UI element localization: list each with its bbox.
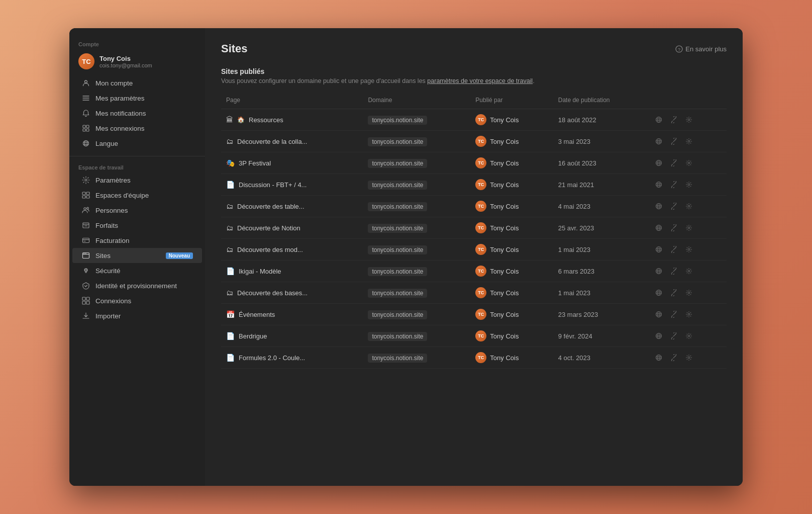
globe-action-icon[interactable] [654, 223, 664, 233]
globe-action-icon[interactable] [654, 158, 664, 168]
svg-rect-4 [83, 125, 85, 128]
link-action-icon[interactable] [669, 331, 679, 341]
settings-action-icon[interactable] [684, 115, 694, 125]
globe-action-icon[interactable] [654, 180, 664, 190]
col-page: Page [221, 94, 363, 109]
sidebar-item-mes-connexions[interactable]: Mes connexions [72, 121, 202, 136]
svg-point-82 [656, 312, 661, 317]
domain-cell: tonycois.notion.site [363, 131, 470, 152]
sidebar-item-facturation[interactable]: Facturation [72, 233, 202, 248]
link-action-icon[interactable] [669, 201, 679, 211]
sidebar-item-personnes[interactable]: Personnes [72, 203, 202, 218]
publisher-name: Tony Cois [490, 224, 519, 232]
settings-action-icon[interactable] [684, 136, 694, 146]
globe-action-icon[interactable] [654, 136, 664, 146]
link-action-icon[interactable] [669, 266, 679, 276]
publisher-name: Tony Cois [490, 116, 519, 124]
page-icon: 🗂 [226, 137, 233, 145]
sidebar-label: Mon compte [95, 79, 193, 87]
svg-point-17 [84, 208, 86, 210]
settings-action-icon[interactable] [684, 353, 694, 363]
link-action-icon[interactable] [669, 223, 679, 233]
table-row: 📄 Berdrigue tonycois.notion.site TC Tony… [221, 325, 727, 347]
globe-action-icon[interactable] [654, 266, 664, 276]
sidebar-item-importer[interactable]: Importer [72, 308, 202, 323]
settings-action-icon[interactable] [684, 180, 694, 190]
domain-cell: tonycois.notion.site [363, 152, 470, 174]
link-action-icon[interactable] [669, 353, 679, 363]
globe-action-icon[interactable] [654, 288, 664, 298]
page-icon: 📄 [226, 181, 235, 189]
publisher-avatar: TC [475, 287, 486, 298]
sidebar-item-mes-parametres[interactable]: Mes paramètres [72, 91, 202, 106]
help-icon: ? [675, 45, 683, 53]
actions-cell [649, 217, 727, 239]
sidebar-item-securite[interactable]: Sécurité [72, 263, 202, 278]
import-icon [81, 311, 90, 320]
page-cell: 🗂 Découverte des table... [221, 196, 363, 217]
globe-action-icon[interactable] [654, 309, 664, 319]
sidebar-item-langue[interactable]: Langue [72, 136, 202, 151]
settings-action-icon[interactable] [684, 309, 694, 319]
table-row: 🗂 Découverte des bases... tonycois.notio… [221, 282, 727, 304]
globe-action-icon[interactable] [654, 244, 664, 254]
table-row: 🏛 🏠 Ressources tonycois.notion.site TC T… [221, 109, 727, 131]
sidebar-label: Forfaits [95, 222, 193, 229]
actions-cell [649, 196, 727, 217]
actions-cell [649, 239, 727, 261]
sidebar-item-forfaits[interactable]: Forfaits [72, 218, 202, 233]
svg-point-87 [656, 333, 661, 339]
settings-action-icon[interactable] [684, 223, 694, 233]
link-action-icon[interactable] [669, 180, 679, 190]
settings-action-icon[interactable] [684, 201, 694, 211]
user-profile[interactable]: TC Tony Cois cois.tony@gmail.com [69, 49, 205, 75]
sidebar-item-connexions[interactable]: Connexions [72, 293, 202, 308]
settings-action-icon[interactable] [684, 266, 694, 276]
globe-action-icon[interactable] [654, 201, 664, 211]
sidebar-item-parametres[interactable]: Paramètres [72, 173, 202, 188]
domain-badge: tonycois.notion.site [368, 159, 427, 168]
sidebar-item-espaces-equipe[interactable]: Espaces d'équipe [72, 188, 202, 203]
settings-action-icon[interactable] [684, 288, 694, 298]
domain-cell: tonycois.notion.site [363, 239, 470, 261]
help-link[interactable]: ? En savoir plus [675, 45, 727, 53]
svg-point-48 [658, 160, 660, 166]
settings-action-icon[interactable] [684, 244, 694, 254]
page-name: 3P Festival [239, 159, 271, 167]
sidebar-item-mon-compte[interactable]: Mon compte [72, 75, 202, 91]
langue-icon [81, 139, 90, 148]
page-cell: 📄 Berdrigue [221, 325, 363, 347]
actions-cell [649, 109, 727, 131]
globe-action-icon[interactable] [654, 331, 664, 341]
help-label: En savoir plus [685, 45, 727, 53]
sidebar-item-mes-notifications[interactable]: Mes notifications [72, 106, 202, 121]
svg-point-76 [688, 270, 690, 272]
link-action-icon[interactable] [669, 309, 679, 319]
page-name: Découverte des mod... [237, 246, 303, 253]
link-action-icon[interactable] [669, 136, 679, 146]
publisher-cell: TC Tony Cois [470, 131, 553, 152]
sidebar-item-sites[interactable]: Sites Nouveau [72, 248, 202, 263]
workspace-settings-link[interactable]: paramètres de votre espace de travail [427, 77, 533, 84]
espace-section-label: Espace de travail [69, 161, 205, 173]
settings-action-icon[interactable] [684, 331, 694, 341]
section-title: Sites publiés [221, 67, 727, 75]
billing-icon [81, 236, 90, 245]
svg-point-72 [656, 269, 661, 274]
settings-action-icon[interactable] [684, 158, 694, 168]
svg-point-63 [658, 225, 660, 231]
domain-badge: tonycois.notion.site [368, 137, 427, 146]
link-action-icon[interactable] [669, 288, 679, 298]
compte-section-label: Compte [69, 38, 205, 49]
table-row: 🗂 Découverte de la colla... tonycois.not… [221, 131, 727, 152]
domain-cell: tonycois.notion.site [363, 261, 470, 282]
sidebar-item-identite[interactable]: Identité et provisionnement [72, 278, 202, 293]
actions-cell [649, 152, 727, 174]
link-action-icon[interactable] [669, 158, 679, 168]
link-action-icon[interactable] [669, 115, 679, 125]
link-action-icon[interactable] [669, 244, 679, 254]
globe-action-icon[interactable] [654, 353, 664, 363]
publish-date: 3 mai 2023 [558, 138, 590, 145]
globe-action-icon[interactable] [654, 115, 664, 125]
forfaits-icon [81, 221, 90, 230]
